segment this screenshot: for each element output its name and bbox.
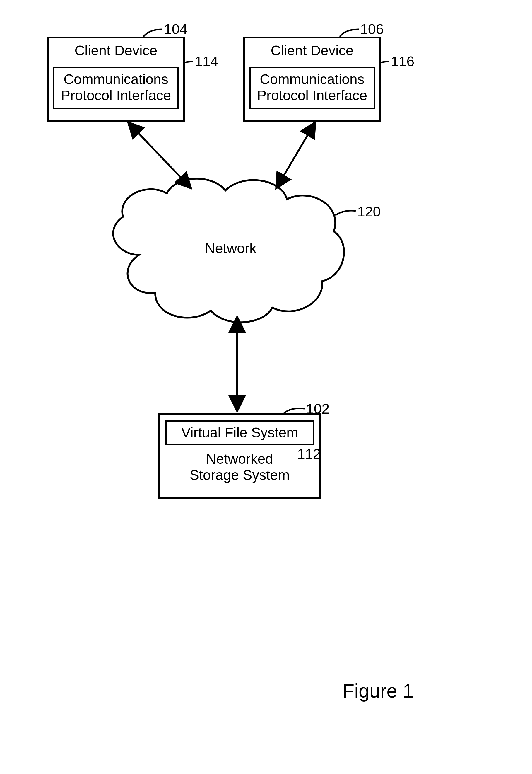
figure-caption: Figure 1 xyxy=(343,680,413,702)
arrow-client1-network xyxy=(129,123,190,187)
storage-l1: Networked xyxy=(160,451,319,467)
ref-106: 106 xyxy=(360,21,384,37)
vfs-box: Virtual File System xyxy=(165,420,314,445)
diagram-stage: Client Device Communications Protocol In… xyxy=(0,0,532,774)
client2-inner-l1: Communications xyxy=(251,71,374,87)
ref-114: 114 xyxy=(195,53,218,69)
ref-116: 116 xyxy=(391,53,414,69)
vfs-label: Virtual File System xyxy=(167,425,313,441)
arrow-client2-network xyxy=(277,123,315,187)
storage-system: Virtual File System Networked Storage Sy… xyxy=(158,413,321,499)
client-device-2: Client Device Communications Protocol In… xyxy=(243,37,381,122)
network-label: Network xyxy=(205,240,256,256)
ref-120: 120 xyxy=(357,204,381,220)
storage-l2: Storage System xyxy=(160,467,319,483)
leader-120 xyxy=(335,211,356,215)
client1-title: Client Device xyxy=(49,42,183,59)
client2-title: Client Device xyxy=(245,42,379,59)
leader-104 xyxy=(143,29,162,37)
client1-comm-box: Communications Protocol Interface xyxy=(53,67,179,109)
client1-inner-l2: Protocol Interface xyxy=(54,87,177,103)
client1-inner-l1: Communications xyxy=(54,71,177,87)
leader-102 xyxy=(284,409,305,413)
client2-comm-box: Communications Protocol Interface xyxy=(249,67,375,109)
ref-102: 102 xyxy=(306,401,329,417)
client2-inner-l2: Protocol Interface xyxy=(251,87,374,103)
ref-112: 112 xyxy=(297,446,321,462)
leader-106 xyxy=(340,29,359,37)
client-device-1: Client Device Communications Protocol In… xyxy=(47,37,185,122)
ref-104: 104 xyxy=(164,21,187,37)
